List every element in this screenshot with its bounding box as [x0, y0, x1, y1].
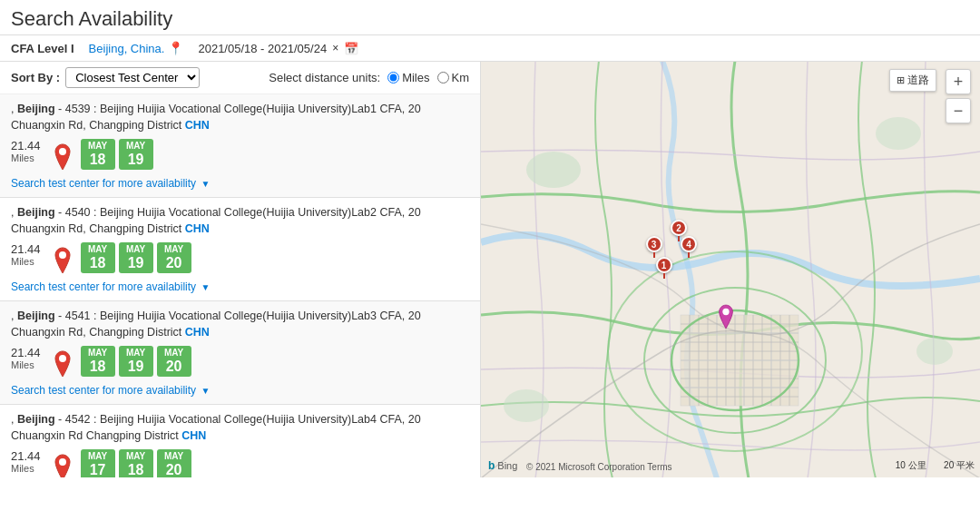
badge-month: MAY — [86, 451, 110, 461]
badge-month: MAY — [124, 348, 148, 358]
marker-stem-1 — [663, 273, 665, 279]
date-badge-2-may20[interactable]: MAY 20 — [157, 242, 191, 273]
result-header-3: , Beijing - 4541 : Beijing Huijia Vocati… — [11, 309, 469, 340]
distance-val-1: 21.44 — [11, 139, 41, 152]
date-badge-3-may18[interactable]: MAY 18 — [81, 346, 115, 377]
clear-date-button[interactable]: × — [332, 42, 338, 54]
sort-select[interactable]: Closest Test Center Date Name — [65, 67, 200, 88]
result-header-1: , Beijing - 4539 : Beijing Huijia Vocati… — [11, 102, 469, 133]
km-radio[interactable] — [437, 72, 449, 84]
result-item-3: , Beijing - 4541 : Beijing Huijia Vocati… — [0, 301, 480, 405]
zoom-out-button[interactable]: − — [946, 98, 971, 123]
date-filter: 2021/05/18 - 2021/05/24 × 📅 — [198, 42, 358, 55]
user-location-marker[interactable] — [716, 303, 736, 333]
map-panel: ⊞ 道路 + − 2 3 4 1 — [481, 62, 980, 477]
date-badge-2-may19[interactable]: MAY 19 — [119, 242, 153, 273]
badge-month: MAY — [124, 451, 148, 461]
svg-point-1 — [59, 251, 66, 259]
calendar-icon[interactable]: 📅 — [344, 42, 358, 55]
badge-day: 19 — [124, 254, 148, 271]
map-controls: + − — [946, 69, 971, 123]
badge-month: MAY — [86, 141, 110, 151]
result-country-1: CHN — [185, 119, 210, 132]
map-type-button[interactable]: ⊞ 道路 — [889, 69, 936, 92]
result-header-2: , Beijing - 4540 : Beijing Huijia Vocati… — [11, 205, 469, 237]
distance-unit-1: Miles — [11, 152, 34, 163]
marker-number-2: 2 — [671, 220, 687, 236]
result-prefix-2: , Beijing - 4540 : Beijing Huijia Vocati… — [11, 206, 421, 235]
date-badge-2-may18[interactable]: MAY 18 — [81, 242, 115, 273]
result-body-3: 21.44 Miles MAY 18 — [11, 346, 469, 378]
date-badge-1-may18[interactable]: MAY 18 — [81, 139, 115, 170]
badge-day: 18 — [124, 461, 148, 477]
badge-day: 17 — [86, 461, 110, 477]
map-marker-4[interactable]: 4 — [681, 236, 697, 258]
marker-stem-2 — [678, 236, 680, 241]
location-filter[interactable]: Beijing, China. 📍 — [89, 41, 184, 55]
date-badge-4-may2[interactable]: MAY 18 — [119, 449, 153, 477]
date-badge-3-may19[interactable]: MAY 19 — [119, 346, 153, 377]
page-header: Search Availability — [0, 0, 980, 35]
sort-bar: Sort By : Closest Test Center Date Name … — [0, 62, 480, 94]
chevron-down-icon: ▼ — [201, 179, 210, 189]
badge-day: 18 — [86, 254, 110, 271]
chevron-down-icon: ▼ — [201, 282, 210, 292]
svg-point-31 — [876, 117, 921, 150]
miles-radio-label[interactable]: Miles — [387, 71, 429, 84]
date-badges-4: MAY 17 MAY 18 MAY 20 — [81, 449, 191, 477]
exam-level-label: CFA Level I — [11, 42, 74, 55]
pin-marker-1 — [52, 143, 74, 172]
badge-month: MAY — [124, 244, 148, 254]
miles-label: Miles — [402, 71, 429, 84]
svg-point-33 — [504, 389, 549, 422]
badge-day: 20 — [162, 358, 186, 375]
result-country-2: CHN — [185, 222, 210, 235]
date-badges-2: MAY 18 MAY 19 MAY 20 — [81, 242, 191, 273]
result-body-1: 21.44 Miles MAY 18 — [11, 139, 469, 172]
svg-point-3 — [59, 458, 66, 466]
date-badge-4-may1[interactable]: MAY 17 — [81, 449, 115, 477]
main-content: Sort By : Closest Test Center Date Name … — [0, 62, 980, 477]
distance-val-2: 21.44 — [11, 242, 41, 256]
marker-stem-3 — [653, 252, 655, 258]
map-copyright: © 2021 Microsoft Corporation Terms — [526, 462, 672, 472]
map-marker-1[interactable]: 1 — [656, 257, 672, 279]
distance-info-2: 21.44 Miles — [11, 242, 41, 267]
badge-day: 19 — [124, 151, 148, 168]
page-wrapper: Search Availability CFA Level I Beijing,… — [0, 0, 980, 477]
badge-month: MAY — [162, 451, 186, 461]
svg-point-34 — [722, 308, 729, 314]
miles-radio[interactable] — [387, 72, 399, 84]
filter-bar: CFA Level I Beijing, China. 📍 2021/05/18… — [0, 35, 980, 62]
result-item-4: , Beijing - 4542 : Beijing Huijia Vocati… — [0, 405, 480, 477]
badge-day: 18 — [86, 151, 110, 168]
more-link-2[interactable]: Search test center for more availability… — [11, 280, 210, 293]
map-background — [481, 62, 980, 477]
date-badge-3-may20[interactable]: MAY 20 — [157, 346, 191, 377]
badge-day: 20 — [162, 461, 186, 477]
svg-point-2 — [59, 355, 66, 362]
result-prefix-4: , Beijing - 4542 : Beijing Huijia Vocati… — [11, 413, 421, 442]
result-prefix-3: , Beijing - 4541 : Beijing Huijia Vocati… — [11, 310, 421, 339]
badge-day: 19 — [124, 358, 148, 375]
badge-month: MAY — [162, 348, 186, 358]
distance-info-3: 21.44 Miles — [11, 346, 41, 370]
date-badge-4-may3[interactable]: MAY 20 — [157, 449, 191, 477]
marker-number-3: 3 — [646, 236, 662, 252]
zoom-in-button[interactable]: + — [946, 69, 971, 94]
svg-point-0 — [59, 148, 66, 155]
date-badge-1-may19[interactable]: MAY 19 — [119, 139, 153, 170]
km-radio-label[interactable]: Km — [437, 71, 470, 84]
map-marker-3[interactable]: 3 — [646, 236, 662, 258]
sort-label: Sort By : — [11, 71, 60, 84]
result-body-4: 21.44 Miles MAY 17 — [11, 449, 469, 477]
map-type-icon: ⊞ — [897, 74, 905, 85]
badge-month: MAY — [86, 348, 110, 358]
distance-val-3: 21.44 — [11, 346, 41, 359]
scale-label: 10 公里 — [896, 460, 926, 470]
more-link-1[interactable]: Search test center for more availability… — [11, 177, 210, 190]
result-country-4: CHN — [181, 429, 206, 442]
sort-left: Sort By : Closest Test Center Date Name — [11, 67, 200, 88]
location-pin-icon: 📍 — [168, 41, 183, 55]
more-link-3[interactable]: Search test center for more availability… — [11, 384, 210, 397]
